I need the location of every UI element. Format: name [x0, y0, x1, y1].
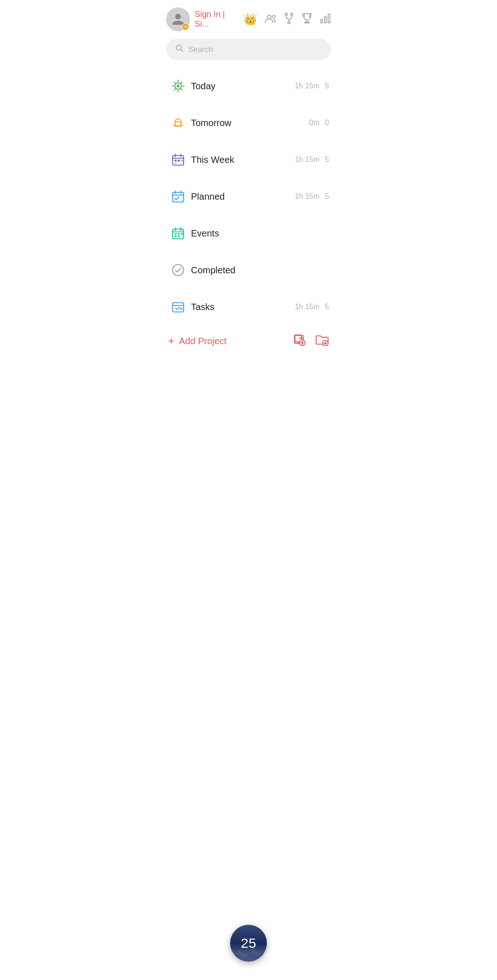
nav-item-today[interactable]: Today 1h 15m 5 — [162, 68, 335, 104]
svg-rect-45 — [173, 303, 184, 312]
svg-rect-40 — [178, 233, 180, 235]
fork-icon[interactable] — [284, 12, 294, 26]
nav-item-events[interactable]: Events — [162, 215, 335, 252]
tomorrow-time: 0m — [309, 119, 319, 127]
planned-count: 5 — [325, 192, 329, 201]
planned-icon-wrap — [168, 186, 188, 207]
add-project-label: Add Project — [179, 336, 289, 346]
svg-point-22 — [177, 85, 179, 87]
today-label: Today — [191, 81, 295, 92]
thisweek-label: This Week — [191, 155, 295, 165]
svg-line-12 — [181, 50, 183, 52]
tomorrow-icon — [170, 115, 186, 131]
chart-icon[interactable] — [320, 13, 331, 26]
today-icon-wrap — [168, 76, 188, 96]
svg-rect-8 — [321, 19, 323, 23]
today-time: 1h 15m — [295, 82, 319, 90]
svg-point-1 — [272, 15, 275, 18]
svg-rect-27 — [174, 160, 177, 161]
planned-icon — [170, 189, 186, 204]
tasks-icon-wrap — [168, 297, 188, 317]
search-bar-container: Search — [159, 36, 338, 68]
add-plus-icon: + — [168, 335, 174, 346]
svg-rect-29 — [174, 162, 177, 164]
tomorrow-icon-wrap — [168, 113, 188, 133]
svg-rect-7 — [305, 22, 309, 23]
tomorrow-count: 0 — [325, 119, 329, 127]
tasks-icon — [170, 299, 186, 315]
add-task-icon[interactable] — [293, 334, 306, 348]
today-count: 5 — [325, 82, 329, 90]
svg-line-19 — [181, 89, 182, 90]
svg-rect-39 — [174, 233, 177, 235]
tasks-label: Tasks — [191, 302, 295, 312]
thisweek-icon-wrap — [168, 150, 188, 170]
svg-line-18 — [174, 82, 175, 83]
crown-icon[interactable]: 👑 — [243, 13, 257, 26]
planned-time: 1h 15m — [295, 192, 319, 201]
svg-line-20 — [181, 82, 182, 83]
completed-icon — [170, 262, 186, 278]
add-folder-icon[interactable] — [315, 334, 329, 348]
svg-rect-28 — [178, 160, 180, 161]
planned-label: Planned — [191, 191, 295, 202]
thisweek-meta: 1h 15m 5 — [295, 156, 329, 164]
svg-point-44 — [173, 265, 184, 276]
nav-item-tasks[interactable]: Tasks 1h 15m 5 — [162, 288, 335, 325]
today-icon — [170, 78, 186, 94]
thisweek-time: 1h 15m — [295, 156, 319, 164]
svg-rect-42 — [178, 236, 180, 237]
events-icon — [170, 225, 186, 241]
svg-rect-10 — [328, 14, 330, 23]
header-icon-group: 👑 — [243, 12, 331, 26]
tasks-meta: 1h 15m 5 — [295, 303, 329, 311]
tomorrow-label: Tomorrow — [191, 118, 309, 128]
search-placeholder: Search — [188, 45, 213, 54]
svg-rect-30 — [181, 160, 183, 161]
tasks-time: 1h 15m — [295, 303, 319, 311]
add-project-action-icons — [293, 334, 329, 348]
nav-list: Today 1h 15m 5 Tomorrow 0m 0 — [159, 68, 338, 325]
svg-rect-43 — [181, 233, 183, 235]
nav-item-thisweek[interactable]: This Week 1h 15m 5 — [162, 141, 335, 178]
events-icon-wrap — [168, 223, 188, 243]
thisweek-count: 5 — [325, 156, 329, 164]
avatar[interactable]: ★ — [166, 7, 190, 31]
avatar-badge: ★ — [182, 23, 189, 30]
svg-line-21 — [174, 89, 175, 90]
add-project-row[interactable]: + Add Project — [159, 325, 338, 357]
tomorrow-meta: 0m 0 — [309, 119, 329, 127]
tasks-count: 5 — [325, 303, 329, 311]
completed-icon-wrap — [168, 260, 188, 280]
nav-item-completed[interactable]: Completed — [162, 252, 335, 288]
nav-item-planned[interactable]: Planned 1h 15m 5 — [162, 178, 335, 215]
svg-rect-9 — [324, 17, 326, 23]
group-icon[interactable] — [265, 13, 277, 25]
today-meta: 1h 15m 5 — [295, 82, 329, 90]
app-header: ★ Sign In | Si... 👑 — [159, 0, 338, 36]
thisweek-icon — [170, 152, 186, 167]
svg-rect-41 — [174, 236, 177, 237]
completed-label: Completed — [191, 265, 324, 276]
sign-in-button[interactable]: Sign In | Si... — [195, 10, 239, 29]
trophy-icon[interactable] — [301, 12, 312, 26]
planned-meta: 1h 15m 5 — [295, 192, 329, 201]
search-icon — [175, 44, 184, 55]
nav-item-tomorrow[interactable]: Tomorrow 0m 0 — [162, 104, 335, 141]
events-label: Events — [191, 228, 324, 239]
search-bar[interactable]: Search — [166, 39, 331, 60]
svg-point-0 — [267, 15, 271, 19]
